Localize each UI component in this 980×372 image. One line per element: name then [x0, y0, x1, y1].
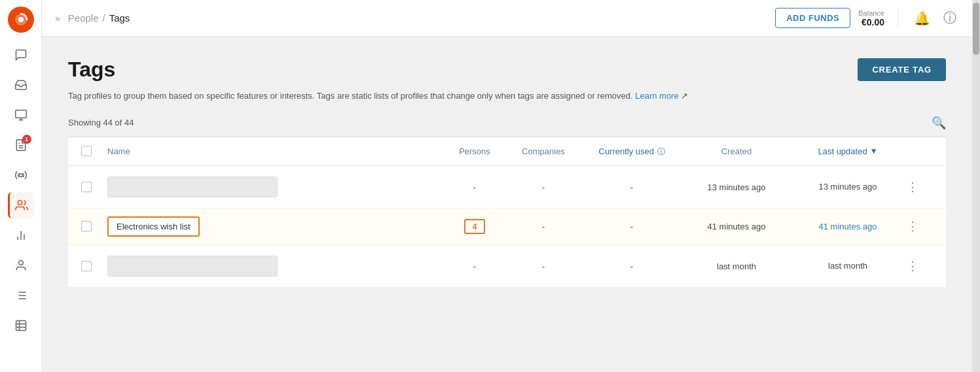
breadcrumb: People / Tags — [68, 12, 130, 24]
row1-currently-used: - — [579, 181, 684, 193]
col-name-label: Name — [107, 146, 130, 156]
currently-used-info-icon[interactable]: ⓘ — [657, 147, 665, 156]
svg-rect-2 — [15, 110, 26, 118]
col-header-last-updated[interactable]: Last updated ▼ — [789, 146, 907, 156]
collapse-sidebar-button[interactable]: » — [55, 13, 60, 24]
tables-icon — [14, 319, 27, 332]
scrollbar[interactable] — [972, 0, 980, 372]
row2-name: Electronics wish list — [107, 220, 442, 232]
row1-created-value: 13 minutes ago — [708, 182, 766, 192]
balance-amount: €0.00 — [862, 17, 884, 27]
content-area: Tags CREATE TAG Tag profiles to group th… — [42, 37, 972, 372]
reports-badge: 1 — [22, 135, 31, 144]
row2-more-button[interactable]: ⋮ — [907, 220, 918, 233]
row2-persons: 4 — [442, 219, 507, 234]
description-text: Tag profiles to group them based on spec… — [68, 91, 633, 101]
col-header-name: Name — [107, 145, 442, 157]
showing-row: Showing 44 of 44 🔍 — [68, 116, 946, 130]
col-persons-label: Persons — [459, 146, 490, 156]
col-header-currently-used: Currently used ⓘ — [579, 145, 684, 158]
breadcrumb-tags: Tags — [109, 12, 130, 24]
row3-persons: - — [442, 260, 507, 272]
row1-currently-used-value: - — [630, 182, 633, 192]
row3-last-updated: last month — [789, 261, 907, 271]
analytics-icon — [14, 229, 27, 242]
app-logo[interactable] — [8, 7, 34, 33]
sort-desc-icon: ▼ — [870, 146, 878, 156]
row3-last-updated-value: last month — [828, 261, 867, 271]
sidebar-item-reports[interactable]: 1 — [8, 132, 34, 158]
topbar-divider — [898, 8, 898, 28]
row1-actions: ⋮ — [907, 180, 933, 194]
row2-persons-badge[interactable]: 4 — [464, 219, 484, 234]
sidebar-item-lists[interactable] — [8, 282, 34, 309]
row1-created: 13 minutes ago — [684, 181, 789, 193]
row1-last-updated-value: 13 minutes ago — [819, 182, 877, 192]
row2-currently-used: - — [579, 220, 684, 232]
select-all-col — [81, 146, 107, 156]
svg-rect-19 — [16, 321, 26, 331]
external-link-icon: ↗ — [681, 91, 688, 101]
people-icon — [14, 259, 27, 272]
sidebar-item-contacts[interactable] — [8, 102, 34, 128]
row3-more-button[interactable]: ⋮ — [907, 260, 918, 273]
row3-created: last month — [684, 260, 789, 272]
row2-check — [81, 221, 107, 231]
create-tag-button[interactable]: CREATE TAG — [858, 58, 946, 81]
row3-created-value: last month — [717, 262, 756, 271]
row3-currently-used-value: - — [630, 262, 633, 271]
row1-persons: - — [442, 181, 507, 193]
row3-name — [107, 256, 442, 277]
col-header-persons: Persons — [442, 145, 507, 157]
row2-companies-value: - — [542, 222, 545, 231]
scrollbar-thumb[interactable] — [973, 3, 979, 55]
breadcrumb-people[interactable]: People — [68, 12, 99, 24]
select-all-checkbox[interactable] — [81, 146, 92, 156]
main-content: » People / Tags ADD FUNDS Balance €0.00 … — [42, 0, 972, 372]
contacts-icon — [14, 109, 27, 122]
table-row: - - - 13 minutes ago 13 minutes ago — [68, 166, 946, 209]
automations-icon — [14, 169, 27, 182]
tags-table: Name Persons Companies Currently used ⓘ … — [68, 137, 946, 288]
table-header: Name Persons Companies Currently used ⓘ … — [68, 137, 946, 166]
sidebar-item-segments[interactable] — [8, 192, 34, 218]
learn-more-link[interactable]: Learn more — [635, 91, 678, 101]
sidebar-item-inbox[interactable] — [8, 72, 34, 98]
row3-persons-value: - — [473, 262, 476, 271]
row1-more-button[interactable]: ⋮ — [907, 180, 918, 194]
inbox-icon — [14, 78, 27, 92]
svg-point-12 — [18, 261, 23, 265]
sidebar-item-tables[interactable] — [8, 313, 34, 339]
row2-companies: - — [507, 220, 579, 232]
sidebar-item-people[interactable] — [8, 252, 34, 279]
col-currently-used-label: Currently used — [599, 146, 655, 156]
col-created-label: Created — [721, 146, 752, 156]
page-title: Tags — [68, 58, 115, 82]
lists-icon — [14, 289, 27, 302]
row1-tag-name-blurred — [107, 177, 278, 197]
col-last-updated-label: Last updated — [818, 146, 867, 156]
row1-persons-value: - — [473, 182, 476, 192]
balance-label: Balance — [858, 9, 884, 17]
row3-checkbox[interactable] — [81, 261, 92, 271]
svg-point-8 — [18, 201, 22, 205]
row1-last-updated: 13 minutes ago — [789, 182, 907, 192]
page-description: Tag profiles to group them based on spec… — [68, 90, 946, 103]
row3-companies-value: - — [542, 262, 545, 271]
row1-name — [107, 177, 442, 197]
row2-tag-name[interactable]: Electronics wish list — [107, 216, 200, 237]
logo-icon — [13, 12, 29, 27]
table-row: Electronics wish list 4 - - 41 minutes a… — [68, 209, 946, 245]
segments-icon — [15, 199, 28, 212]
row1-checkbox[interactable] — [81, 182, 92, 192]
breadcrumb-separator: / — [103, 12, 105, 24]
search-button[interactable]: 🔍 — [932, 116, 946, 130]
sidebar-item-analytics[interactable] — [8, 222, 34, 248]
help-icon[interactable]: ⓘ — [941, 7, 959, 29]
add-funds-button[interactable]: ADD FUNDS — [775, 8, 850, 28]
notifications-icon[interactable]: 🔔 — [911, 8, 933, 29]
sidebar-item-automations[interactable] — [8, 162, 34, 188]
sidebar-item-chat[interactable] — [8, 42, 34, 68]
row1-companies-value: - — [542, 182, 545, 192]
row2-checkbox[interactable] — [81, 221, 92, 231]
